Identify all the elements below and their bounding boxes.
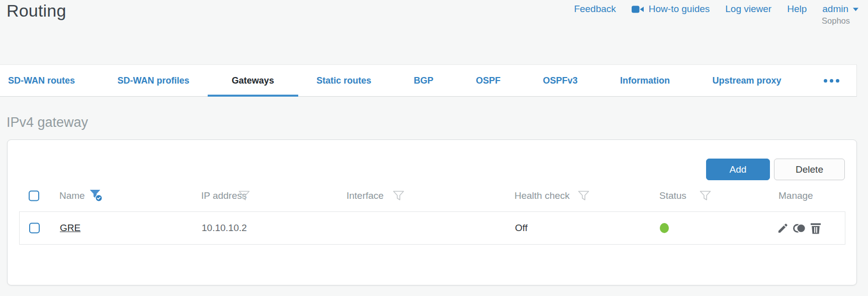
tab-sdwan-routes[interactable]: SD-WAN routes xyxy=(8,65,75,96)
filter-icon[interactable] xyxy=(578,191,590,201)
gateway-ip-value: 10.10.10.2 xyxy=(202,223,247,234)
tab-ospf[interactable]: OSPF xyxy=(476,65,500,96)
filter-icon[interactable] xyxy=(700,191,712,201)
page-title: Routing xyxy=(7,1,66,21)
feedback-link[interactable]: Feedback xyxy=(574,4,616,15)
video-camera-icon xyxy=(632,5,644,14)
chevron-down-icon xyxy=(852,7,859,12)
column-header-interface: Interface xyxy=(346,190,384,201)
status-up-indicator xyxy=(660,223,669,233)
tab-gateways[interactable]: Gateways xyxy=(232,65,274,96)
howto-guides-link[interactable]: How-to guides xyxy=(632,4,710,15)
column-header-health-check: Health check xyxy=(514,190,570,201)
section-heading: IPv4 gateway xyxy=(7,115,88,130)
log-viewer-link[interactable]: Log viewer xyxy=(725,4,771,15)
tab-information[interactable]: Information xyxy=(620,65,670,96)
admin-user-menu[interactable]: admin xyxy=(822,4,859,15)
top-navigation: Feedback How-to guides Log viewer Help a… xyxy=(574,4,859,15)
feedback-link-label: Feedback xyxy=(574,4,616,15)
more-tabs-button[interactable] xyxy=(824,65,839,96)
filter-icon[interactable] xyxy=(238,191,250,201)
edit-icon[interactable] xyxy=(777,223,789,234)
column-header-manage: Manage xyxy=(778,190,813,201)
delete-icon[interactable] xyxy=(810,222,821,234)
delete-button[interactable]: Delete xyxy=(774,159,845,180)
tab-bgp[interactable]: BGP xyxy=(414,65,433,96)
filter-active-icon[interactable] xyxy=(90,189,104,202)
health-check-value: Off xyxy=(515,223,528,234)
routing-page: Routing Feedback How-to guides Log viewe… xyxy=(0,0,868,296)
gateway-name-link[interactable]: GRE xyxy=(60,223,80,234)
ipv4-gateway-card: Add Delete Name IP address Interface Hea… xyxy=(7,139,857,285)
filter-icon[interactable] xyxy=(393,191,405,201)
tab-static-routes[interactable]: Static routes xyxy=(316,65,371,96)
tab-ospfv3[interactable]: OSPFv3 xyxy=(543,65,578,96)
brand-label: Sophos xyxy=(822,16,850,26)
help-link[interactable]: Help xyxy=(787,4,807,15)
add-button[interactable]: Add xyxy=(706,159,770,180)
table-row: GRE 10.10.10.2 Off xyxy=(19,211,845,245)
clone-icon[interactable] xyxy=(793,223,806,234)
column-header-status: Status xyxy=(659,190,686,201)
select-all-checkbox[interactable] xyxy=(29,191,39,201)
help-label: Help xyxy=(787,4,807,15)
tab-bar: SD-WAN routes SD-WAN profiles Gateways S… xyxy=(0,64,857,97)
table-header: Name IP address Interface Health check S… xyxy=(19,180,845,211)
howto-guides-label: How-to guides xyxy=(649,4,710,15)
column-header-name: Name xyxy=(59,190,85,201)
admin-user-label: admin xyxy=(822,4,848,15)
row-checkbox[interactable] xyxy=(29,223,40,234)
log-viewer-label: Log viewer xyxy=(725,4,771,15)
tab-sdwan-profiles[interactable]: SD-WAN profiles xyxy=(117,65,189,96)
manage-actions xyxy=(777,222,821,234)
tab-upstream-proxy[interactable]: Upstream proxy xyxy=(712,65,781,96)
